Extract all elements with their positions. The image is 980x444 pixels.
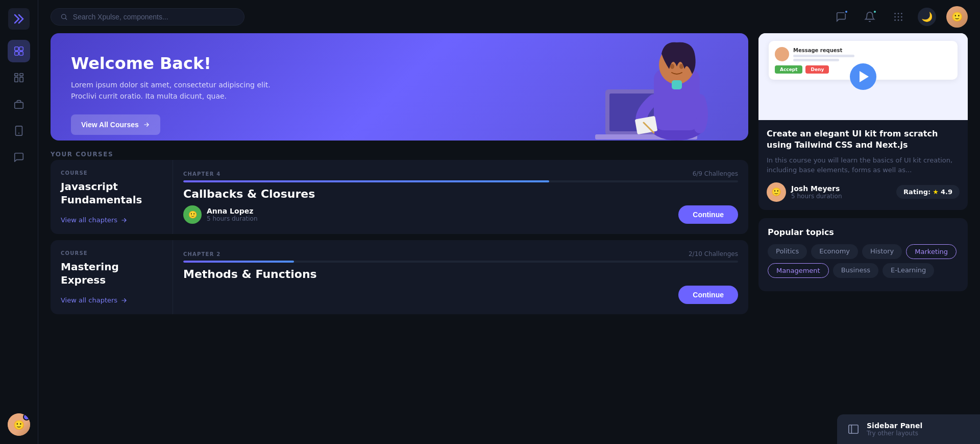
chapter-info-1: CHAPTER 2 2/10 Challenges Methods & Func… <box>173 240 748 314</box>
svg-rect-5 <box>20 74 23 76</box>
topic-chip-business[interactable]: Business <box>833 263 878 278</box>
topic-chip-history[interactable]: History <box>862 244 902 259</box>
featured-author-name: Josh Meyers <box>791 184 842 193</box>
app-logo[interactable] <box>8 8 30 30</box>
progress-text-0: 6/9 Challenges <box>693 170 738 177</box>
your-courses-section: YOUR COURSES COURSE Javascript Fundament… <box>51 151 748 314</box>
topic-chip-marketing[interactable]: Marketing <box>906 244 957 259</box>
popular-topics-title: Popular topics <box>768 227 959 237</box>
topbar-icons: 🌙 🙂 <box>832 6 968 28</box>
right-column: Message request Accept Deny <box>758 33 968 432</box>
svg-point-29 <box>679 64 683 69</box>
featured-course-title: Create an elegant UI kit from scratch us… <box>767 128 960 151</box>
sidebar: 🙂 <box>0 0 38 444</box>
notifications-button[interactable] <box>861 8 879 26</box>
featured-author-duration: 5 hours duration <box>791 193 842 200</box>
chapter-footer-1: Continue <box>183 286 738 304</box>
featured-course-card: Message request Accept Deny <box>758 33 968 210</box>
hero-content: Welcome Back! Lorem ipsum dolor sit amet… <box>71 54 271 135</box>
featured-body: Create an elegant UI kit from scratch us… <box>758 120 968 210</box>
sidebar-item-chat[interactable] <box>8 146 30 169</box>
svg-rect-9 <box>16 126 22 135</box>
theme-toggle-button[interactable]: 🌙 <box>918 8 936 26</box>
chapter-title-1: Methods & Functions <box>183 268 738 281</box>
svg-point-19 <box>898 19 899 21</box>
search-box[interactable] <box>51 8 244 26</box>
topic-chip-management[interactable]: Management <box>768 263 829 278</box>
instructor-avatar-0: 🙂 <box>183 205 202 224</box>
svg-rect-3 <box>19 52 23 55</box>
messages-button[interactable] <box>832 8 850 26</box>
sidebar-item-grid[interactable] <box>8 66 30 89</box>
chapter-label-0: CHAPTER 4 <box>183 171 220 177</box>
apps-button[interactable] <box>889 8 908 26</box>
continue-button-1[interactable]: Continue <box>678 286 738 304</box>
svg-rect-0 <box>15 47 18 51</box>
featured-author-avatar: 🙂 <box>767 182 786 202</box>
progress-text-1: 2/10 Challenges <box>689 250 738 258</box>
svg-point-20 <box>901 19 902 21</box>
hero-title: Welcome Back! <box>71 54 271 73</box>
courses-grid: COURSE Javascript Fundamentals View all … <box>51 160 748 314</box>
topic-chip-elearning[interactable]: E-Learning <box>883 263 934 278</box>
view-chapters-0[interactable]: View all chapters <box>61 216 162 224</box>
hero-banner: Welcome Back! Lorem ipsum dolor sit amet… <box>51 33 748 141</box>
content-area: Welcome Back! Lorem ipsum dolor sit amet… <box>38 33 980 444</box>
svg-rect-32 <box>849 425 858 434</box>
progress-bar-1 <box>183 261 738 263</box>
chapter-info-0: CHAPTER 4 6/9 Challenges Callbacks & Clo… <box>173 160 748 234</box>
course-info-1: COURSE Mastering Express View all chapte… <box>51 240 173 314</box>
sidebar-panel-bar[interactable]: Sidebar Panel Try other layouts <box>837 414 980 444</box>
view-all-courses-button[interactable]: View All Courses <box>71 114 160 135</box>
left-column: Welcome Back! Lorem ipsum dolor sit amet… <box>51 33 748 432</box>
course-card-1: COURSE Mastering Express View all chapte… <box>51 240 748 314</box>
topic-chip-politics[interactable]: Politics <box>768 244 807 259</box>
progress-bar-0 <box>183 180 738 182</box>
arrow-right-chapters-icon <box>120 217 128 224</box>
course-title-0: Javascript Fundamentals <box>61 180 162 206</box>
course-info-0: COURSE Javascript Fundamentals View all … <box>51 160 173 234</box>
play-button[interactable] <box>850 63 876 90</box>
rating-value: 4.9 <box>941 188 952 196</box>
notifications-dot <box>873 10 877 14</box>
topic-chip-economy[interactable]: Economy <box>811 244 858 259</box>
messages-dot <box>844 10 848 14</box>
view-chapters-1[interactable]: View all chapters <box>61 296 162 304</box>
svg-point-12 <box>894 13 896 14</box>
popular-topics-section: Popular topics Politics Economy History … <box>758 218 968 291</box>
sidebar-user-avatar[interactable]: 🙂 <box>8 413 30 436</box>
featured-footer: 🙂 Josh Meyers 5 hours duration Rating: ★… <box>767 182 960 202</box>
svg-point-14 <box>901 13 902 14</box>
sidebar-item-briefcase[interactable] <box>8 93 30 115</box>
svg-rect-4 <box>15 74 18 76</box>
your-courses-label: YOUR COURSES <box>51 151 748 158</box>
instructor-duration-0: 5 hours duration <box>207 215 258 222</box>
instructor-0: 🙂 Anna Lopez 5 hours duration <box>183 205 258 224</box>
sidebar-item-device[interactable] <box>8 120 30 142</box>
arrow-right-icon <box>143 121 150 128</box>
svg-point-15 <box>894 16 896 17</box>
sidebar-item-dashboard[interactable] <box>8 40 30 62</box>
chapter-label-1: CHAPTER 2 <box>183 251 220 257</box>
svg-rect-1 <box>19 47 23 51</box>
course-label-1: COURSE <box>61 250 162 256</box>
featured-thumbnail: Message request Accept Deny <box>758 33 968 120</box>
svg-point-28 <box>670 64 674 69</box>
svg-point-18 <box>894 19 896 21</box>
rating-badge: Rating: ★ 4.9 <box>896 185 960 199</box>
search-input[interactable] <box>73 13 235 21</box>
svg-rect-7 <box>20 77 23 82</box>
topbar-user-avatar[interactable]: 🙂 <box>946 6 968 28</box>
chapter-footer-0: 🙂 Anna Lopez 5 hours duration Continue <box>183 205 738 224</box>
svg-point-10 <box>18 132 19 133</box>
continue-button-0[interactable]: Continue <box>678 205 738 224</box>
chapter-header-0: CHAPTER 4 6/9 Challenges <box>183 170 738 177</box>
rating-label: Rating: <box>903 188 930 196</box>
topbar: 🌙 🙂 <box>38 0 980 33</box>
chapter-title-0: Callbacks & Closures <box>183 188 738 200</box>
main-area: 🌙 🙂 Welcome Back! Lorem ipsum dolor sit … <box>38 0 980 444</box>
arrow-right-chapters-icon-1 <box>120 297 128 304</box>
hero-description: Lorem ipsum dolor sit amet, consectetur … <box>71 79 271 102</box>
star-icon: ★ <box>933 188 939 196</box>
chapter-header-1: CHAPTER 2 2/10 Challenges <box>183 250 738 258</box>
